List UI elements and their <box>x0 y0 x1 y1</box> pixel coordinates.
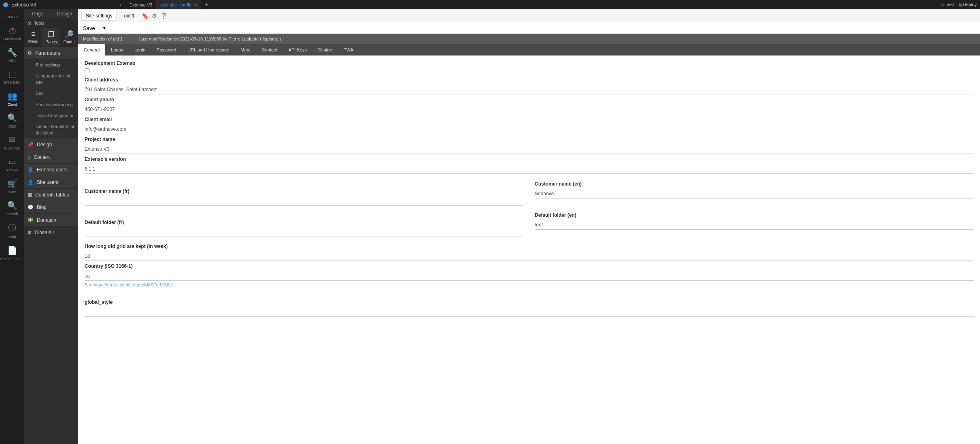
helptext-country: See https://en.wikipedia.org/wiki/ISO_31… <box>85 282 974 287</box>
design-tab[interactable]: Design <box>51 9 79 19</box>
rail-sitedev[interactable]: ⬚SITE-DEV <box>0 66 24 88</box>
user-icon: 👤 <box>28 179 34 185</box>
label-extenso-version: Extenso's version <box>85 156 974 162</box>
cube-icon: ⬚ <box>0 69 24 79</box>
close-icon[interactable]: ✕ <box>194 2 197 7</box>
save-button[interactable]: Save <box>83 25 95 31</box>
home-icon: ⌂ <box>28 154 30 160</box>
test-button[interactable]: ▷ Test <box>942 2 954 7</box>
input-default-folder-fr[interactable] <box>85 228 523 237</box>
tab-prev-icon[interactable]: ‹ <box>120 2 121 7</box>
rail-help[interactable]: ⓘHelp <box>0 219 24 242</box>
rail-dev[interactable]: 🔧DEV <box>0 44 24 66</box>
page-tab[interactable]: Page <box>24 9 51 19</box>
crumb-uid: uid 1 <box>120 11 138 20</box>
rail-search[interactable]: 🔍Search <box>0 197 24 219</box>
input-global-style[interactable] <box>85 307 974 317</box>
rail-client[interactable]: 👥Client <box>0 88 24 110</box>
input-customer-name-fr[interactable] <box>85 196 523 206</box>
subitem-default-template[interactable]: Default template for the client <box>24 121 78 139</box>
rail-directmail[interactable]: ✉DirectMail <box>0 132 24 154</box>
left-rail: CMS ◷Dashboard 🔧DEV ⬚SITE-DEV 👥Client 🔍S… <box>0 9 24 444</box>
rail-adnove[interactable]: ▭Adnove <box>0 154 24 175</box>
label-dev-extenso: Development Extenso <box>85 60 974 66</box>
tab-general[interactable]: General <box>78 44 105 56</box>
cart-icon: 🛒 <box>0 179 24 188</box>
tab-password[interactable]: Password <box>151 44 182 56</box>
tab-extenso[interactable]: Extenso V3 <box>125 0 156 9</box>
subitem-site-settings[interactable]: Site settings <box>24 60 78 70</box>
finder-button[interactable]: 🔎Finder <box>60 28 78 47</box>
label-grid-kept: How long old grid are kept (in week) <box>85 243 974 249</box>
gauge-icon: ◷ <box>0 26 24 35</box>
input-grid-kept[interactable] <box>85 252 974 261</box>
accordion-donation[interactable]: 💵Donation <box>24 214 78 226</box>
accordion-blog[interactable]: 💬Blog <box>24 201 78 214</box>
label-client-email: Client email <box>85 117 974 122</box>
search-icon: 🔍 <box>0 201 24 210</box>
input-customer-name-en[interactable] <box>535 189 974 199</box>
titlebar: Extenso V3 ‹ Extenso V3 sed_site_config … <box>0 0 980 9</box>
rail-dashboard[interactable]: ◷Dashboard <box>0 22 24 44</box>
help-icon[interactable]: ❓ <box>160 13 167 19</box>
deploy-button[interactable]: ⎙ Deploy <box>959 2 977 7</box>
accordion-content[interactable]: ⌂Content <box>24 151 78 164</box>
gear-icon: ⚙ <box>28 50 32 56</box>
gear-icon[interactable]: ⚙ <box>152 13 157 19</box>
finder-icon: 🔎 <box>62 30 77 39</box>
pages-button[interactable]: ❐Pages <box>42 28 60 47</box>
user-icon: 👤 <box>28 167 34 173</box>
save-dropdown-icon[interactable]: ▼ <box>102 26 106 30</box>
info-icon: ⓘ <box>0 222 24 233</box>
input-extenso-version[interactable] <box>85 164 974 174</box>
collapse-icon: ⊕ <box>28 230 32 235</box>
subitem-socials[interactable]: Socials networking <box>24 99 78 110</box>
parameters-sublist: Site settings Languages for the site Seo… <box>24 60 78 139</box>
tab-logos[interactable]: Logos <box>105 44 129 56</box>
doc-icon: 📄 <box>0 245 24 255</box>
label-customer-name-fr: Customer name (fr) <box>85 188 523 194</box>
crumb-site-settings[interactable]: Site settings <box>81 11 117 21</box>
input-client-address[interactable] <box>85 85 974 94</box>
pin-icon: 📌 <box>28 142 34 147</box>
tab-design[interactable]: Design <box>312 44 338 56</box>
accordion-contents-tables[interactable]: ▦Contents tables <box>24 189 78 201</box>
rail-cms[interactable]: CMS <box>0 12 24 22</box>
tab-add-icon[interactable]: ✦ <box>201 2 212 8</box>
users-icon: 👥 <box>0 91 24 101</box>
input-country[interactable] <box>85 271 974 281</box>
menu-button[interactable]: ≡Menu <box>24 28 42 47</box>
search-gear-icon: 🔍 <box>0 113 24 123</box>
tab-apikeys[interactable]: API Keys <box>283 44 312 56</box>
checkbox-dev-extenso[interactable] <box>85 68 89 73</box>
subitem-twilio[interactable]: Twilio Configuration <box>24 110 78 121</box>
subitem-languages[interactable]: Languages for the site <box>24 70 78 88</box>
accordion-extenso-users[interactable]: 👤Extenso users <box>24 164 78 176</box>
tab-contact[interactable]: Contact <box>256 44 283 56</box>
accordion-site-users[interactable]: 👤Site users <box>24 176 78 189</box>
menu-icon <box>15 17 18 18</box>
mod-right: Last modification on 2021-03-18 11:08:36… <box>139 36 281 41</box>
bookmark-icon[interactable]: 🔖 <box>142 13 149 19</box>
subitem-seo[interactable]: Seo <box>24 88 78 99</box>
wrench-icon: 🔧 <box>0 47 24 57</box>
link-iso[interactable]: https://en.wikipedia.org/wiki/ISO_3166-1 <box>94 282 173 287</box>
input-default-folder-en[interactable] <box>535 220 974 230</box>
rail-seo[interactable]: 🔍SEO <box>0 110 24 132</box>
tab-meta[interactable]: Meta <box>235 44 256 56</box>
breadcrumb-bar: Site settings uid 1 🔖 ⚙ ❓ <box>78 9 980 22</box>
input-client-phone[interactable] <box>85 105 974 114</box>
tab-pwa[interactable]: PWA <box>338 44 359 56</box>
rail-documentation[interactable]: 📄Documentation <box>0 242 24 264</box>
tab-sed-site-config[interactable]: sed_site_config ✕ <box>156 0 201 9</box>
accordion-parameters[interactable]: ⚙Parameters <box>24 47 78 60</box>
tab-login[interactable]: Login <box>129 44 151 56</box>
input-client-email[interactable] <box>85 125 974 134</box>
label-client-address: Client address <box>85 77 974 83</box>
rail-store[interactable]: 🛒Store <box>0 175 24 197</box>
accordion-design[interactable]: 📌Design <box>24 139 78 151</box>
close-all-button[interactable]: ⊕Close All <box>24 226 78 239</box>
tab-url-home[interactable]: URL and Home page <box>182 44 235 56</box>
tools-label: Tools <box>34 21 45 26</box>
input-project-name[interactable] <box>85 145 974 154</box>
